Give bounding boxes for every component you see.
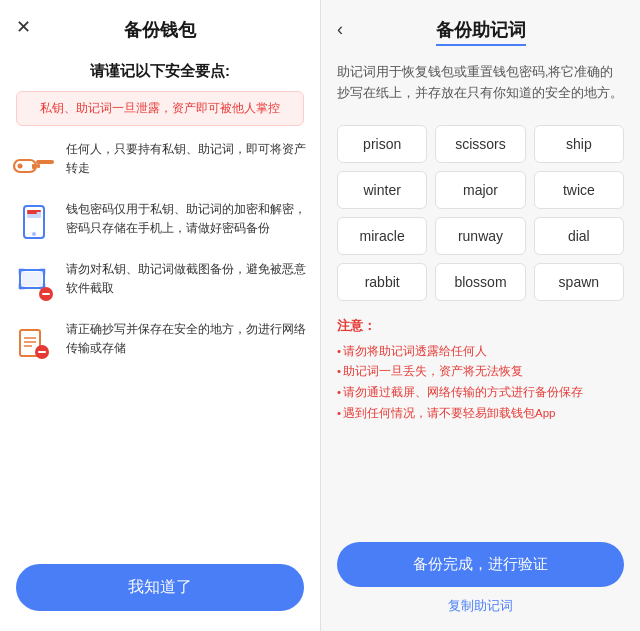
svg-rect-3	[37, 164, 40, 168]
left-panel: ✕ 备份钱包 请谨记以下安全要点: 私钥、助记词一旦泄露，资产即可被他人掌控 任…	[0, 0, 320, 631]
svg-rect-4	[36, 160, 54, 164]
mnemonic-word-10: rabbit	[337, 263, 427, 301]
security-item-2: 钱包密码仅用于私钥、助记词的加密和解密，密码只存储在手机上，请做好密码备份	[12, 200, 308, 244]
note-item-2: • 助记词一旦丢失，资产将无法恢复	[337, 361, 624, 382]
app-container: ✕ 备份钱包 请谨记以下安全要点: 私钥、助记词一旦泄露，资产即可被他人掌控 任…	[0, 0, 640, 631]
mnemonic-word-1: prison	[337, 125, 427, 163]
svg-point-9	[32, 232, 36, 236]
note-item-4: • 遇到任何情况，请不要轻易卸载钱包App	[337, 403, 624, 424]
left-bottom: 我知道了	[0, 552, 320, 631]
i-understand-button[interactable]: 我知道了	[16, 564, 304, 611]
mnemonic-word-9: dial	[534, 217, 624, 255]
screenshot-icon	[12, 260, 56, 304]
back-icon[interactable]: ‹	[337, 19, 343, 40]
mnemonic-word-5: major	[435, 171, 525, 209]
note-item-1: • 请勿将助记词透露给任何人	[337, 341, 624, 362]
mnemonic-word-6: twice	[534, 171, 624, 209]
svg-rect-8	[27, 212, 37, 214]
mnemonic-word-11: blossom	[435, 263, 525, 301]
svg-rect-11	[22, 272, 42, 286]
warning-banner: 私钥、助记词一旦泄露，资产即可被他人掌控	[16, 91, 304, 126]
notes-title: 注意：	[337, 317, 624, 335]
mnemonic-word-2: scissors	[435, 125, 525, 163]
right-panel: ‹ 备份助记词 助记词用于恢复钱包或重置钱包密码,将它准确的抄写在纸上，并存放在…	[320, 0, 640, 631]
mnemonic-word-7: miracle	[337, 217, 427, 255]
security-list: 任何人，只要持有私钥、助记词，即可将资产转走 钱包密码仅用于私钥、助记词的加密和…	[0, 140, 320, 552]
mnemonic-word-12: spawn	[534, 263, 624, 301]
mnemonic-description: 助记词用于恢复钱包或重置钱包密码,将它准确的抄写在纸上，并存放在只有你知道的安全…	[321, 58, 640, 117]
left-subtitle: 请谨记以下安全要点:	[90, 62, 230, 81]
security-item-4: 请正确抄写并保存在安全的地方，勿进行网络传输或存储	[12, 320, 308, 364]
right-header: ‹ 备份助记词	[321, 0, 640, 58]
security-item-1: 任何人，只要持有私钥、助记词，即可将资产转走	[12, 140, 308, 184]
svg-rect-7	[27, 210, 41, 212]
mnemonic-word-8: runway	[435, 217, 525, 255]
security-text-2: 钱包密码仅用于私钥、助记词的加密和解密，密码只存储在手机上，请做好密码备份	[66, 200, 308, 238]
note-item-3: • 请勿通过截屏、网络传输的方式进行备份保存	[337, 382, 624, 403]
save-icon	[12, 320, 56, 364]
mnemonic-word-4: winter	[337, 171, 427, 209]
security-item-3: 请勿对私钥、助记词做截图备份，避免被恶意软件截取	[12, 260, 308, 304]
left-header: ✕ 备份钱包	[0, 0, 320, 54]
security-text-4: 请正确抄写并保存在安全的地方，勿进行网络传输或存储	[66, 320, 308, 358]
right-panel-title: 备份助记词	[436, 18, 526, 46]
mnemonic-word-3: ship	[534, 125, 624, 163]
security-text-1: 任何人，只要持有私钥、助记词，即可将资产转走	[66, 140, 308, 178]
security-text-3: 请勿对私钥、助记词做截图备份，避免被恶意软件截取	[66, 260, 308, 298]
notes-section: 注意： • 请勿将助记词透露给任何人 • 助记词一旦丢失，资产将无法恢复 • 请…	[321, 313, 640, 533]
svg-point-1	[18, 164, 23, 169]
copy-mnemonic-link[interactable]: 复制助记词	[337, 597, 624, 625]
svg-rect-2	[32, 164, 35, 169]
phone-icon	[12, 200, 56, 244]
backup-complete-button[interactable]: 备份完成，进行验证	[337, 542, 624, 587]
left-panel-title: 备份钱包	[124, 18, 196, 42]
close-icon[interactable]: ✕	[16, 18, 31, 36]
right-bottom: 备份完成，进行验证 复制助记词	[321, 532, 640, 631]
key-icon	[12, 140, 56, 184]
mnemonic-grid: prison scissors ship winter major twice …	[321, 117, 640, 313]
